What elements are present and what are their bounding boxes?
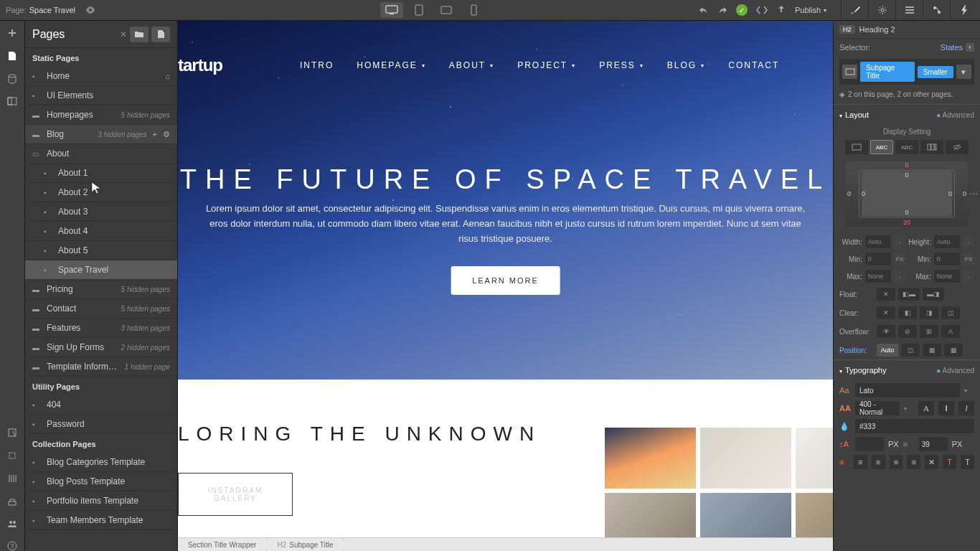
color-input[interactable]: #333 (855, 419, 974, 433)
typography-section-header[interactable]: ▾Typography ● Advanced (834, 359, 980, 380)
device-tablet[interactable] (407, 2, 430, 18)
settings-icon[interactable] (868, 0, 895, 21)
display-inline-block[interactable]: ABC (870, 140, 893, 154)
add-page-icon[interactable]: + (153, 130, 157, 139)
logo[interactable]: tartup (178, 55, 222, 75)
publish-button[interactable]: Publish ▾ (795, 6, 826, 14)
clear-right[interactable]: ◨ (920, 306, 938, 319)
page-blog-categories-template[interactable]: ▪Blog Categories Template (25, 453, 177, 472)
clear-left[interactable]: ◧ (898, 306, 917, 319)
folder-pricing[interactable]: ▬Pricing5 hidden pages (25, 280, 177, 299)
page-about-5[interactable]: ▪About 5 (25, 241, 177, 260)
page-about-2[interactable]: ▪About 2 (25, 183, 177, 202)
max-width-input[interactable]: None (865, 270, 891, 283)
hero-text[interactable]: Lorem ipsum dolor sit amet, consectetur … (199, 202, 811, 246)
states-dropdown[interactable]: States (941, 43, 963, 52)
device-icon[interactable] (842, 65, 857, 79)
nav-contact[interactable]: CONTACT (728, 60, 779, 70)
margin-bottom[interactable]: 20 (903, 219, 910, 226)
bolt-icon[interactable] (950, 0, 977, 21)
page-about-3[interactable]: ▪About 3 (25, 202, 177, 222)
status-check-icon[interactable]: ✓ (736, 4, 748, 16)
folder-about[interactable]: ▭About (25, 144, 177, 164)
min-height-input[interactable]: 0 (934, 253, 960, 265)
page-404[interactable]: ▪404 (25, 395, 177, 415)
device-desktop[interactable] (380, 2, 403, 18)
close-icon[interactable]: ✕ (120, 29, 127, 39)
page-name[interactable]: Space Travel (29, 6, 75, 14)
page-about-1[interactable]: ▪About 1 (25, 164, 177, 183)
overflow-hidden[interactable]: ⊘ (898, 325, 917, 338)
thumbnail[interactable] (605, 428, 696, 489)
float-right[interactable]: ▬◨ (923, 288, 944, 301)
text-decoration[interactable]: ✕ (925, 455, 938, 469)
thumbnail[interactable] (796, 428, 833, 489)
brush-icon[interactable] (841, 0, 868, 21)
align-center[interactable]: ≡ (872, 455, 885, 469)
collab-icon[interactable] (7, 519, 17, 528)
clear-none[interactable]: ✕ (877, 306, 895, 319)
device-mobile[interactable] (462, 2, 485, 18)
add-icon[interactable] (7, 28, 17, 38)
gear-icon[interactable]: ⚙ (163, 130, 170, 139)
page-ui-elements[interactable]: ▪UI Elements (25, 86, 177, 105)
help-icon[interactable]: ? (7, 541, 17, 551)
chevron-down-icon[interactable]: ▾ (904, 405, 914, 412)
pages-icon[interactable] (8, 51, 17, 61)
overflow-auto[interactable]: A (941, 325, 960, 338)
padding-left[interactable]: 0 (862, 190, 865, 197)
hero-title[interactable]: THE FUTURE OF SPACE TRAVEL (178, 164, 833, 195)
thumbnail[interactable] (700, 428, 791, 489)
page-team-template[interactable]: ▪Team Members Template (25, 511, 177, 530)
preview-icon[interactable] (85, 6, 95, 14)
margin-right[interactable]: 0 (963, 190, 966, 197)
align-justify[interactable]: ≡ (907, 455, 920, 469)
padding-right[interactable]: 0 (948, 190, 952, 197)
nav-about[interactable]: ABOUT▾ (449, 60, 494, 70)
layout-icon[interactable] (895, 0, 923, 21)
page-blog-posts-template[interactable]: ▪Blog Posts Template (25, 472, 177, 491)
float-none[interactable]: ✕ (877, 288, 895, 301)
line-height-input[interactable]: 39 (919, 437, 948, 451)
font-select[interactable]: Lato (855, 383, 960, 397)
layout-section-header[interactable]: ▾Layout ● Advanced (834, 104, 980, 125)
code-icon[interactable] (756, 6, 768, 14)
thumbnail[interactable] (700, 493, 791, 537)
gallery-section[interactable]: LORING THE UNKNOWN INSTAGRAM GALLERY (178, 380, 833, 516)
folder-contact[interactable]: ▬Contact5 hidden pages (25, 299, 177, 319)
page-portfolio-template[interactable]: ▪Portfolio items Template (25, 491, 177, 511)
overflow-scroll[interactable]: ⊞ (920, 325, 938, 338)
position-rel[interactable]: ◫ (901, 344, 920, 357)
height-input[interactable]: Auto (934, 235, 960, 248)
nav-project[interactable]: PROJECT▾ (517, 60, 576, 70)
class-dropdown-icon[interactable]: ▾ (956, 65, 971, 79)
align-right[interactable]: ≡ (890, 455, 903, 469)
style-bold[interactable]: I (938, 401, 954, 415)
folder-signup[interactable]: ▬Sign Up Forms2 hidden pages (25, 338, 177, 357)
clear-both[interactable]: ◫ (941, 306, 960, 319)
display-inline[interactable]: ABC (895, 140, 918, 154)
canvas[interactable]: tartup INTRO HOMEPAGE▾ ABOUT▾ PROJECT▾ P… (178, 21, 833, 537)
class-chip[interactable]: Smaller (918, 66, 953, 78)
box-model[interactable]: 0 20 0 0 0 0 0 0 ⋯ (846, 161, 968, 226)
position-auto[interactable]: Auto (877, 344, 898, 357)
breadcrumb-item[interactable]: H2Subpage Title (267, 538, 344, 551)
nav-blog[interactable]: BLOG▾ (667, 60, 705, 70)
thumbnail[interactable] (796, 493, 833, 537)
redo-icon[interactable] (717, 6, 727, 14)
position-fixed[interactable]: ▩ (944, 344, 963, 357)
text-transform[interactable]: T (943, 455, 956, 469)
cms-icon[interactable] (7, 74, 17, 84)
padding-bottom[interactable]: 0 (905, 209, 908, 216)
display-block[interactable] (845, 140, 868, 154)
max-height-input[interactable]: None (934, 270, 960, 283)
align-left[interactable]: ≡ (854, 455, 867, 469)
device-tablet-landscape[interactable] (435, 2, 458, 18)
tool1-icon[interactable] (7, 428, 17, 438)
class-selector[interactable]: Subpage Title Smaller ▾ (839, 59, 974, 85)
folder-features[interactable]: ▬Features3 hidden pages (25, 319, 177, 338)
tool4-icon[interactable] (7, 496, 17, 507)
float-left[interactable]: ◧▬ (898, 288, 920, 301)
page-space-travel[interactable]: ▪Space Travel (25, 260, 177, 280)
nav-press[interactable]: PRESS▾ (599, 60, 644, 70)
